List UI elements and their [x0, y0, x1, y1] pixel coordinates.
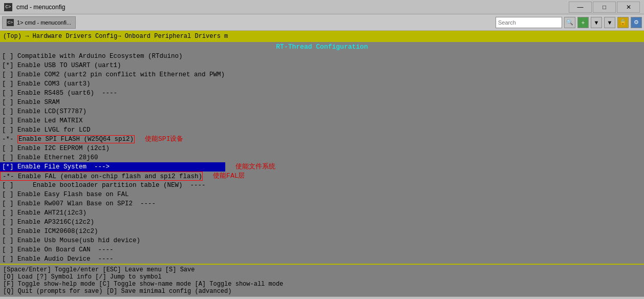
list-item[interactable]: [ ] Enable COM3 (uart3) [0, 79, 644, 89]
item-text: [ ] Enable LCD(ST7787) [0, 107, 87, 116]
item-text: [ ] Enable AP3216C(i2c2) [0, 218, 94, 227]
list-item[interactable]: [ ] Enable AHT21(i2c3) [0, 208, 644, 218]
item-text: [ ] Enable bootloader partition table (N… [0, 181, 206, 190]
item-text: [ ] Enable ICM20608(i2c2) [0, 227, 98, 236]
item-text: [ ] Enable Rw007 Wlan Base on SPI2 ---- [0, 199, 156, 208]
list-item[interactable]: [ ] Enable Easy Flash base on FAL [0, 190, 644, 199]
title-bar: C> cmd - menuconfig — □ ✕ [0, 0, 644, 14]
app-icon: C> [4, 3, 12, 11]
menu-list: [ ] Compatible with Arduino Ecosystem (R… [0, 52, 644, 264]
settings-button[interactable]: ⚙ [631, 17, 642, 28]
item-text: [ ] Enable LVGL for LCD [0, 125, 91, 135]
item-text: [ ] Compatible with Arduino Ecosystem (R… [0, 52, 183, 61]
list-item[interactable]: [ ] Enable LVGL for LCD [0, 125, 644, 135]
minimize-button[interactable]: — [569, 2, 592, 13]
list-item[interactable]: [*] Enable USB TO USART (uart1) [0, 61, 644, 70]
list-item[interactable]: [ ] Enable Audio Device ---- [0, 254, 644, 264]
close-button[interactable]: ✕ [617, 2, 640, 13]
list-item[interactable]: [ ] Enable I2C EEPROM (i2c1) [0, 144, 644, 153]
list-item[interactable]: [ ] Compatible with Arduino Ecosystem (R… [0, 52, 644, 61]
list-item[interactable]: [ ] Enable COM2 (uart2 pin conflict with… [0, 70, 644, 79]
item-text: [ ] Enable RS485 (uart6) ---- [0, 89, 117, 98]
shortcuts-row-2: [O] Load [?] Symbol info [/] Jump to sym… [3, 273, 641, 281]
list-item[interactable]: [ ] Enable LCD(ST7787) [0, 107, 644, 116]
list-item[interactable]: [ ] Enable Rw007 Wlan Base on SPI2 ---- [0, 199, 644, 208]
shortcuts-row-4: [Q] Quit (prompts for save) [D] Save min… [3, 288, 641, 295]
add-button[interactable]: + [577, 17, 589, 28]
config-header: RT-Thread Configuration [0, 42, 644, 52]
list-item[interactable]: [ ] Enable bootloader partition table (N… [0, 181, 644, 190]
item-text: [*] Enable USB TO USART (uart1) [0, 61, 121, 70]
item-text: [ ] Enable SRAM [0, 98, 60, 107]
statusbar: python.exe*[64]:3292 | « 230724[64] 1/1 … [0, 296, 644, 299]
window-controls: — □ ✕ [569, 2, 640, 13]
shortcut-load: [O] Load [?] Symbol info [/] Jump to sym… [3, 273, 641, 281]
tab-cmd[interactable]: C> 1> cmd - menuconfi... [2, 16, 76, 29]
shortcuts-bar: [Space/Enter] Toggle/enter [ESC] Leave m… [0, 264, 644, 296]
config-title: RT-Thread Configuration [276, 43, 368, 51]
item-text: [*] Enable File System ---> [0, 162, 225, 172]
item-text: [ ] Enable I2C EEPROM (i2c1) [0, 144, 110, 153]
breadcrumb: (Top) → Hardware Drivers Config→ Onboard… [3, 33, 228, 40]
breadcrumb-bar: (Top) → Hardware Drivers Config→ Onboard… [0, 31, 644, 42]
annotation-filesystem: 使能文件系统 [235, 162, 275, 172]
list-item[interactable]: [ ] Enable AP3216C(i2c2) [0, 218, 644, 227]
item-text: [ ] Enable AHT21(i2c3) [0, 208, 87, 218]
item-text: [ ] Enable Usb Mouse(usb hid device) [0, 236, 140, 245]
main-area: RT-Thread Configuration [ ] Compatible w… [0, 42, 644, 264]
shortcuts-row-3: [F] Toggle show-help mode [C] Toggle sho… [3, 281, 641, 288]
list-item[interactable]: [ ] Enable RS485 (uart6) ---- [0, 89, 644, 98]
tab-icon: C> [7, 19, 14, 26]
shortcut-space: [Space/Enter] Toggle/enter [ESC] Leave m… [3, 266, 641, 273]
layers-button[interactable]: ▼ [591, 17, 602, 28]
item-text: [ ] Enable Ethernet 28j60 [0, 153, 98, 162]
search-input[interactable] [496, 17, 562, 28]
list-item-spi-flash[interactable]: -*- Enable SPI FLASH (W25Q64 spi2) 使能SPI… [0, 135, 644, 144]
item-text: [ ] Enable Easy Flash base on FAL [0, 190, 129, 199]
annotation-spi: 使能SPI设备 [145, 135, 183, 144]
shortcut-quit: [Q] Quit (prompts for save) [D] Save min… [3, 288, 641, 295]
list-item-fal[interactable]: -*- Enable FAL (enable on-chip flash and… [0, 172, 644, 181]
view-button[interactable]: ▼ [604, 17, 615, 28]
shortcuts-row-1: [Space/Enter] Toggle/enter [ESC] Leave m… [3, 266, 641, 273]
toolbar: C> 1> cmd - menuconfi... 🔍 + ▼ ▼ 🔒 ⚙ [0, 14, 644, 31]
shortcut-toggle: [F] Toggle show-help mode [C] Toggle sho… [3, 281, 641, 288]
list-item[interactable]: [ ] Enable Ethernet 28j60 [0, 153, 644, 162]
item-text: -*- Enable FAL (enable on-chip flash and… [0, 172, 203, 181]
list-item[interactable]: [ ] Enable On Board CAN ---- [0, 245, 644, 254]
window-title: cmd - menuconfig [16, 4, 65, 11]
item-text: [ ] Enable On Board CAN ---- [0, 245, 114, 254]
item-text: [ ] Enable COM3 (uart3) [0, 79, 91, 89]
item-text: [ ] Enable Led MATRIX [0, 116, 83, 125]
list-item-file-system[interactable]: [*] Enable File System ---> 使能文件系统 [0, 162, 644, 172]
item-text: [ ] Enable Audio Device ---- [0, 254, 114, 264]
search-button[interactable]: 🔍 [564, 17, 575, 28]
list-item[interactable]: [ ] Enable SRAM [0, 98, 644, 107]
title-bar-left: C> cmd - menuconfig [4, 3, 65, 11]
item-text: [ ] Enable COM2 (uart2 pin conflict with… [0, 70, 225, 79]
item-text: -*- Enable SPI FLASH (W25Q64 spi2) [0, 135, 135, 144]
list-item[interactable]: [ ] Enable Led MATRIX [0, 116, 644, 125]
list-item[interactable]: [ ] Enable ICM20608(i2c2) [0, 227, 644, 236]
maximize-button[interactable]: □ [593, 2, 616, 13]
annotation-fal: 使能FAL层 [213, 172, 245, 181]
lock-button[interactable]: 🔒 [617, 17, 629, 28]
tab-label: 1> cmd - menuconfi... [17, 19, 71, 26]
list-item[interactable]: [ ] Enable Usb Mouse(usb hid device) [0, 236, 644, 245]
